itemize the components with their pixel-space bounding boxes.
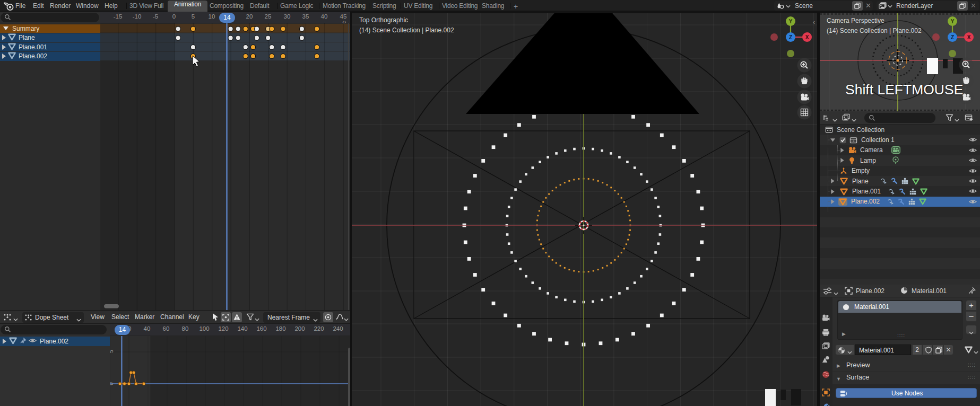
svg-text:Z: Z (789, 34, 792, 40)
svg-text:X: X (805, 34, 809, 40)
svg-text:5: 5 (110, 350, 114, 353)
svg-text:Z: Z (951, 34, 954, 40)
svg-text:0: 0 (110, 382, 114, 385)
svg-text:Y: Y (951, 19, 955, 24)
svg-text:X: X (967, 34, 971, 40)
svg-text:Y: Y (789, 19, 793, 24)
